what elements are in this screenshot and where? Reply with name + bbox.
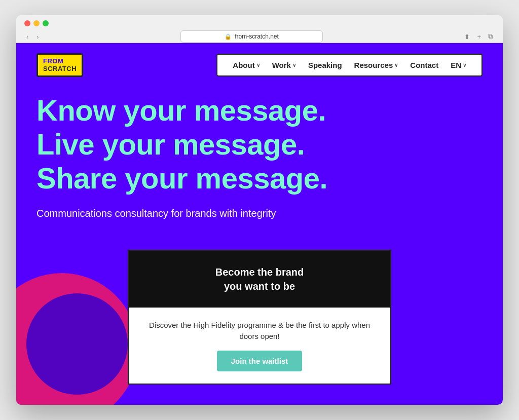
- minimize-button[interactable]: [33, 20, 40, 26]
- windows-button[interactable]: ⧉: [486, 31, 495, 42]
- nav-item-work[interactable]: Work ∨: [267, 59, 301, 71]
- hero-subheadline: Communications consultancy for brands wi…: [36, 208, 483, 219]
- browser-toolbar: ‹ › 🔒 from-scratch.net ⬆ + ⧉: [24, 30, 495, 43]
- url-text: from-scratch.net: [235, 33, 279, 40]
- cta-container: Become the brandyou want to be Discover …: [36, 250, 483, 385]
- nav-item-speaking[interactable]: Speaking: [303, 59, 347, 71]
- maximize-button[interactable]: [43, 20, 49, 26]
- site-navigation: FROM SCRATCH About ∨ Work ∨ Speaking Res…: [16, 43, 503, 87]
- new-tab-button[interactable]: +: [475, 32, 483, 42]
- back-button[interactable]: ‹: [24, 32, 30, 42]
- nav-item-language[interactable]: EN ∨: [446, 59, 471, 71]
- traffic-lights: [24, 20, 49, 26]
- nav-item-about[interactable]: About ∨: [228, 59, 265, 71]
- nav-item-resources[interactable]: Resources ∨: [349, 59, 403, 71]
- logo[interactable]: FROM SCRATCH: [36, 53, 83, 77]
- cta-description: Discover the High Fidelity programme & b…: [139, 320, 380, 342]
- cta-box: Become the brandyou want to be Discover …: [128, 250, 391, 385]
- cta-title-section: Become the brandyou want to be: [129, 251, 390, 308]
- nav-menu: About ∨ Work ∨ Speaking Resources ∨ Cont…: [216, 54, 483, 77]
- chevron-down-icon: ∨: [463, 62, 466, 68]
- chevron-down-icon: ∨: [394, 62, 398, 68]
- cta-title: Become the brandyou want to be: [139, 265, 380, 293]
- lock-icon: 🔒: [225, 33, 232, 40]
- nav-item-contact[interactable]: Contact: [405, 59, 443, 71]
- forward-button[interactable]: ›: [34, 32, 41, 42]
- cta-body-section: Discover the High Fidelity programme & b…: [129, 308, 390, 384]
- hero-headline: Know your message. Live your message. Sh…: [36, 94, 391, 195]
- share-button[interactable]: ⬆: [462, 32, 472, 42]
- close-button[interactable]: [24, 20, 30, 26]
- browser-window: ‹ › 🔒 from-scratch.net ⬆ + ⧉ FROM SCRATC…: [16, 15, 503, 404]
- logo-scratch: SCRATCH: [43, 65, 77, 72]
- browser-chrome: ‹ › 🔒 from-scratch.net ⬆ + ⧉: [16, 15, 503, 43]
- cta-join-button[interactable]: Join the waitlist: [217, 351, 303, 371]
- website-content: FROM SCRATCH About ∨ Work ∨ Speaking Res…: [16, 43, 503, 404]
- hero-section: Know your message. Live your message. Sh…: [16, 43, 503, 404]
- chevron-down-icon: ∨: [292, 62, 296, 68]
- logo-from: FROM: [43, 58, 77, 65]
- chevron-down-icon: ∨: [256, 62, 260, 68]
- address-bar[interactable]: 🔒 from-scratch.net: [180, 30, 323, 43]
